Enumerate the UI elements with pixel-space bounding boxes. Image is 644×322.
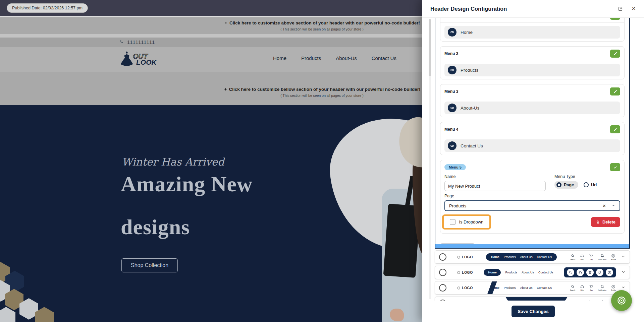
- menu-item-row[interactable]: Home: [444, 26, 620, 39]
- phone-icon: [119, 40, 124, 45]
- site-nav-products[interactable]: Products: [301, 55, 321, 61]
- notification-icon[interactable]: [596, 269, 603, 276]
- model-hand: [390, 309, 404, 321]
- site-logo[interactable]: OUT LOOK: [118, 48, 157, 70]
- close-icon[interactable]: ✕: [632, 6, 636, 11]
- hero-title-line1: Amazing New: [121, 172, 253, 197]
- notification-icon[interactable]: Notification: [598, 254, 606, 260]
- menu-card-label: Menu 1: [444, 18, 458, 18]
- profile-icon[interactable]: Profile: [611, 254, 616, 260]
- phone-number: 1111111111: [127, 39, 155, 45]
- menu-type-page-radio[interactable]: Page: [554, 181, 578, 189]
- page-select[interactable]: Products ✕: [444, 200, 620, 211]
- radio-selected-icon: [556, 182, 561, 187]
- icon-bar: [564, 267, 616, 277]
- logo-word-2: LOOK: [136, 59, 157, 65]
- menu-item-name: Products: [461, 68, 478, 73]
- bag-icon[interactable]: Bag: [589, 254, 593, 260]
- published-date-badge: Published Date: 02/02/2026 12:57 pm: [7, 3, 88, 13]
- trash-icon: [596, 220, 600, 224]
- delete-label: Delete: [602, 219, 615, 224]
- confirm-menu-button[interactable]: [610, 163, 620, 171]
- chevron-down-icon[interactable]: [621, 269, 626, 275]
- screen: Published Date: 02/02/2026 12:57 pm Clic…: [0, 0, 644, 322]
- is-dropdown-checkbox[interactable]: [450, 219, 455, 225]
- menu-item-row[interactable]: Products: [444, 64, 620, 76]
- bag-icon[interactable]: [586, 269, 594, 276]
- expand-window-icon[interactable]: [618, 6, 623, 11]
- menu-item-name: About-Us: [461, 106, 479, 111]
- radio-url-label: Url: [591, 183, 597, 187]
- search-icon[interactable]: Search: [570, 254, 575, 260]
- shop-collection-button[interactable]: Shop Collection: [121, 258, 178, 272]
- page-field-label: Page: [444, 194, 620, 198]
- search-icon[interactable]: Search: [570, 284, 575, 291]
- click-star-icon: [224, 87, 227, 91]
- design-radio[interactable]: [439, 253, 446, 261]
- panel-body: Menu 1 Home Menu 2: [422, 18, 644, 301]
- edit-menu-button[interactable]: [610, 125, 620, 133]
- is-dropdown-label: is Dropdown: [459, 219, 483, 224]
- design-radio[interactable]: [439, 269, 446, 276]
- help-icon[interactable]: Help: [580, 254, 584, 260]
- header-design-option-2[interactable]: LOGO HomeProductsAbout UsContact Us: [435, 266, 630, 279]
- menu-card-label: Menu 4: [444, 127, 458, 132]
- menu-card-label: Menu 2: [444, 51, 458, 56]
- menu-item-name: Home: [461, 30, 473, 35]
- pencil-icon: [613, 127, 618, 132]
- menu-type-url-radio[interactable]: Url: [584, 182, 597, 187]
- bag-icon[interactable]: Bag: [589, 284, 593, 291]
- name-field-label: Name: [444, 174, 546, 179]
- header-design-option-1[interactable]: LOGO HomeProductsAbout UsContact Us Sear…: [435, 250, 630, 264]
- notification-icon[interactable]: Notification: [598, 284, 606, 291]
- save-changes-button[interactable]: Save Changes: [512, 306, 554, 317]
- menu-card-1: Menu 1 Home: [440, 18, 625, 42]
- nav-links: HomeProductsAbout UsContact Us: [491, 286, 552, 289]
- radio-unselected-icon: [584, 182, 589, 187]
- help-icon[interactable]: Help: [580, 284, 584, 291]
- preview-eye-button[interactable]: [611, 290, 632, 311]
- search-icon[interactable]: [567, 269, 574, 276]
- eye-icon: [616, 296, 627, 306]
- logo-placeholder-icon: [457, 271, 460, 274]
- panel-scrollbar[interactable]: [429, 19, 431, 299]
- design-radio[interactable]: [439, 284, 446, 292]
- logo-label: LOGO: [462, 286, 473, 290]
- scrollbar-thumb[interactable]: [429, 19, 431, 76]
- menu-name-input[interactable]: [444, 181, 546, 191]
- help-icon[interactable]: [577, 269, 584, 276]
- menu-card-2: Menu 2 Products: [440, 46, 625, 79]
- horizontal-scrollbar[interactable]: [435, 244, 629, 248]
- banner-top-text: Click here to customize above section of…: [229, 20, 420, 25]
- logo-placeholder-icon: [457, 256, 460, 259]
- navy-trapezoid-shape: [505, 297, 568, 301]
- edit-menu-button[interactable]: [610, 50, 620, 58]
- menu-card-3: Menu 3 About-Us: [440, 84, 625, 117]
- pencil-icon: [613, 52, 618, 56]
- menu-item-row[interactable]: About-Us: [444, 102, 620, 114]
- header-design-option-4[interactable]: LOGO Search Help Bag Notification Profil…: [435, 297, 630, 301]
- menu-item-row[interactable]: Contact Us: [444, 139, 620, 152]
- clear-selection-icon[interactable]: ✕: [602, 203, 606, 208]
- link-icon: [450, 143, 454, 148]
- site-nav: Home Products About-Us Contact Us: [273, 55, 396, 61]
- chevron-down-icon[interactable]: [621, 254, 626, 260]
- site-nav-home[interactable]: Home: [273, 55, 286, 61]
- menu-5-badge: Menu 5: [444, 164, 466, 170]
- chevron-down-icon[interactable]: [611, 203, 615, 208]
- site-nav-contact-us[interactable]: Contact Us: [372, 55, 396, 61]
- radio-page-label: Page: [564, 183, 574, 187]
- site-nav-about-us[interactable]: About-Us: [336, 55, 357, 61]
- pencil-icon: [613, 18, 618, 18]
- profile-icon[interactable]: [606, 269, 613, 276]
- header-design-options: LOGO HomeProductsAbout UsContact Us Sear…: [435, 250, 630, 301]
- profile-icon[interactable]: Profile: [611, 284, 616, 291]
- panel-footer: Save Changes: [422, 301, 644, 322]
- header-design-configuration-panel: Header Design Configuration ✕ Menu 1: [422, 0, 644, 322]
- header-design-option-3[interactable]: LOGO HomeProductsAbout UsContact Us Sear…: [435, 281, 630, 295]
- nav-pill: HomeProductsAbout UsContact Us: [486, 253, 557, 261]
- delete-menu-button[interactable]: Delete: [591, 217, 620, 227]
- menu-card-label: Menu 3: [444, 89, 458, 94]
- edit-menu-button[interactable]: [610, 87, 620, 95]
- edit-menu-button[interactable]: [610, 18, 620, 20]
